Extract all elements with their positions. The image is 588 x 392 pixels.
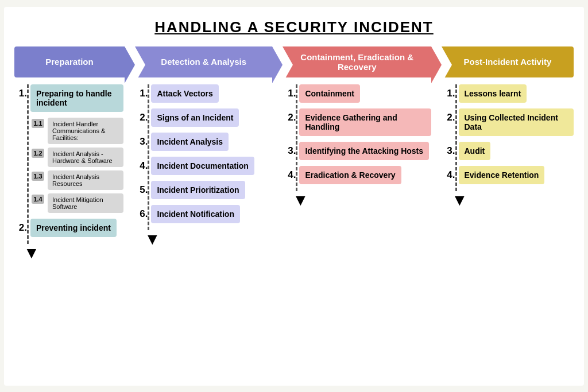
det-num-3: 3. (135, 136, 151, 148)
post-num-1: 1. (443, 88, 459, 99)
content-area: 1. Preparing to handle incident 1.1 Inci… (14, 84, 574, 261)
col-detection-inner: 1. Attack Vectors 2. Signs of an Inciden… (135, 84, 272, 247)
prep-subitems: 1.1 Incident Handler Communications & Fa… (32, 118, 123, 213)
prep-sub-1: 1.1 Incident Handler Communications & Fa… (32, 118, 123, 144)
det-box-5: Incident Prioritization (151, 181, 245, 199)
cont-num-2: 2. (283, 112, 299, 123)
det-item-3: 3. Incident Analysis (135, 133, 229, 151)
col-containment: 1. Containment 2. Evidence Gathering and… (283, 84, 431, 208)
det-item-6: 6. Incident Notification (135, 205, 240, 223)
col-postincident: 1. Lessons learnt 2. Using Collected Inc… (443, 84, 574, 208)
post-num-2: 2. (443, 112, 459, 123)
cont-item-1: 1. Containment (283, 84, 360, 103)
phase-header-preparation: Preparation (14, 46, 125, 77)
det-item-2: 2. Signs of an Incident (135, 108, 239, 127)
prep-down-arrow: ▼ (14, 245, 40, 261)
prep-item-1: 1. Preparing to handle incident (14, 84, 123, 112)
cont-box-3: Identifying the Attacking Hosts (299, 142, 429, 160)
det-num-2: 2. (135, 112, 151, 123)
prep-subbox-4: Incident Mitigation Software (48, 193, 123, 213)
post-box-2: Using Collected Incident Data (459, 108, 574, 136)
col-preparation-inner: 1. Preparing to handle incident 1.1 Inci… (14, 84, 123, 261)
post-num-3: 3. (443, 145, 459, 157)
cont-box-1: Containment (299, 84, 360, 103)
det-box-2: Signs of an Incident (151, 108, 239, 127)
prep-sub-2: 1.2 Incident Analysis - Hardware & Softw… (32, 148, 123, 167)
det-item-1: 1. Attack Vectors (135, 84, 218, 103)
phase-header-detection: Detection & Analysis (135, 46, 273, 77)
prep-num-2: 2. (14, 222, 30, 234)
col-containment-inner: 1. Containment 2. Evidence Gathering and… (283, 84, 431, 208)
prep-sub-3: 1.3 Incident Analysis Resources (32, 170, 123, 190)
det-item-5: 5. Incident Prioritization (135, 181, 245, 199)
cont-item-2: 2. Evidence Gathering and Handling (283, 108, 431, 136)
post-num-4: 4. (443, 169, 459, 181)
cont-item-4: 4. Eradication & Recovery (283, 166, 401, 184)
cont-box-2: Evidence Gathering and Handling (299, 108, 431, 136)
post-box-1: Lessons learnt (459, 84, 527, 103)
cont-box-4: Eradication & Recovery (299, 166, 401, 184)
prep-subnum-4: 1.4 (32, 195, 44, 204)
col-postincident-inner: 1. Lessons learnt 2. Using Collected Inc… (443, 84, 574, 208)
cont-num-3: 3. (283, 145, 299, 157)
det-num-4: 4. (135, 160, 151, 172)
det-box-3: Incident Analysis (151, 133, 229, 151)
main-container: HANDLING A SECURITY INCIDENT Preparation… (4, 7, 584, 386)
prep-subnum-3: 1.3 (32, 172, 44, 181)
prep-subnum-2: 1.2 (32, 149, 44, 158)
post-item-4: 4. Evidence Retention (443, 166, 545, 184)
phase-header-containment: Containment, Eradication & Recovery (283, 46, 431, 77)
prep-box-2: Preventing incident (30, 219, 117, 237)
col-detection: 1. Attack Vectors 2. Signs of an Inciden… (135, 84, 272, 247)
prep-subbox-2: Incident Analysis - Hardware & Software (48, 148, 123, 167)
det-item-4: 4. Incident Documentation (135, 157, 254, 175)
det-num-5: 5. (135, 184, 151, 196)
phase-header-postincident: Post-Incident Activity (442, 46, 574, 77)
det-num-6: 6. (135, 208, 151, 220)
post-box-3: Audit (459, 142, 491, 160)
prep-num-1: 1. (14, 88, 30, 99)
post-box-4: Evidence Retention (459, 166, 545, 184)
cont-down-arrow: ▼ (283, 192, 308, 208)
det-box-1: Attack Vectors (151, 84, 218, 103)
post-down-arrow: ▼ (443, 192, 468, 208)
det-num-1: 1. (135, 88, 151, 99)
prep-box-1: Preparing to handle incident (30, 84, 123, 112)
cont-item-3: 3. Identifying the Attacking Hosts (283, 142, 429, 160)
det-down-arrow: ▼ (135, 231, 160, 247)
post-item-1: 1. Lessons learnt (443, 84, 527, 103)
post-item-3: 3. Audit (443, 142, 491, 160)
cont-num-4: 4. (283, 169, 299, 181)
page-title: HANDLING A SECURITY INCIDENT (14, 18, 574, 36)
col-preparation: 1. Preparing to handle incident 1.1 Inci… (14, 84, 123, 261)
post-item-2: 2. Using Collected Incident Data (443, 108, 574, 136)
prep-sub-4: 1.4 Incident Mitigation Software (32, 193, 123, 213)
det-box-4: Incident Documentation (151, 157, 254, 175)
cont-num-1: 1. (283, 88, 299, 99)
prep-subbox-1: Incident Handler Communications & Facili… (48, 118, 123, 144)
prep-subbox-3: Incident Analysis Resources (48, 170, 123, 190)
phase-headers: Preparation Detection & Analysis Contain… (14, 46, 574, 77)
det-box-6: Incident Notification (151, 205, 240, 223)
prep-subnum-1: 1.1 (32, 119, 44, 128)
prep-item-2: 2. Preventing incident (14, 219, 117, 237)
